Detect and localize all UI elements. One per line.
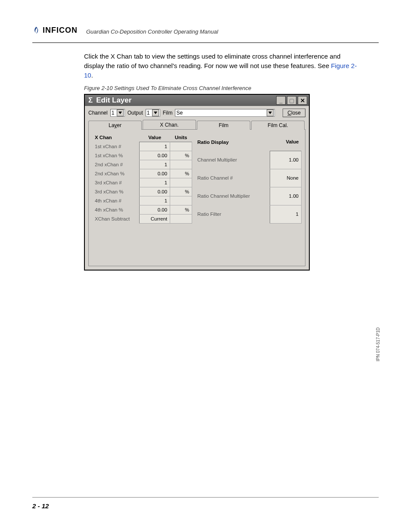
output-value: 1 <box>147 110 150 116</box>
row-value[interactable]: 1 <box>140 196 170 205</box>
inficon-logo-icon <box>32 26 40 35</box>
tab-panel: X Chan Value Units 1st xChan #1 1st xCha… <box>88 129 305 266</box>
row-unit: % <box>170 187 192 196</box>
ratio-table: Ratio Display Value Channel Multiplier1.… <box>195 133 302 224</box>
table-row: Ratio Filter1 <box>195 205 302 223</box>
table-row: 3rd xChan %0.00% <box>92 187 192 196</box>
close-x-button[interactable]: ✕ <box>298 96 307 105</box>
row-value[interactable]: None <box>270 169 301 187</box>
footer-rule <box>32 497 379 498</box>
col-value: Value <box>270 133 301 151</box>
tab-filmcal[interactable]: Film Cal. <box>251 121 305 130</box>
row-unit <box>170 196 192 205</box>
row-label: Channel Multiplier <box>195 151 270 169</box>
edit-layer-window: Σ Edit Layer _ ▢ ✕ Channel 1 Output 1 Fi… <box>84 94 310 271</box>
table-row: 3rd xChan #1 <box>92 178 192 187</box>
row-label: 4th xChan # <box>92 196 140 205</box>
row-unit <box>170 160 192 169</box>
table-header-row: Ratio Display Value <box>195 133 302 151</box>
table-row: 4th xChan %0.00% <box>92 205 192 215</box>
row-label: Ratio Channel Multiplier <box>195 187 270 205</box>
row-unit <box>170 142 192 151</box>
window-title: Edit Layer <box>96 96 131 105</box>
chevron-down-icon <box>267 109 274 116</box>
tab-film[interactable]: Film <box>197 121 250 130</box>
output-select[interactable]: 1 <box>146 109 160 117</box>
row-label: 2nd xChan % <box>92 169 140 178</box>
col-xchan: X Chan <box>92 133 140 142</box>
table-header-row: X Chan Value Units <box>92 133 192 142</box>
body-text-b: . <box>91 72 93 79</box>
channel-value: 1 <box>112 110 115 116</box>
tab-layer[interactable]: Layer <box>88 121 142 130</box>
tab-strip: Layer X Chan. Film Film Cal. <box>85 120 309 129</box>
row-value[interactable]: 1 <box>140 142 170 151</box>
output-label: Output <box>128 110 143 116</box>
chevron-down-icon <box>117 109 124 116</box>
col-units: Units <box>170 133 192 142</box>
brand-logo: INFICON <box>32 26 78 35</box>
col-value: Value <box>140 133 170 142</box>
minimize-button[interactable]: _ <box>276 96 286 105</box>
header-rule <box>32 42 379 43</box>
body-text-a: Click the X Chan tab to view the setting… <box>84 53 340 69</box>
film-value: Se <box>176 110 183 116</box>
tab-xchan[interactable]: X Chan. <box>143 120 196 129</box>
close-button-rest: lose <box>291 110 301 116</box>
channel-label: Channel <box>88 110 108 116</box>
body-paragraph: Click the X Chan tab to view the setting… <box>84 52 359 80</box>
row-unit <box>170 215 192 224</box>
row-unit: % <box>170 151 192 160</box>
table-row: 2nd xChan %0.00% <box>92 169 192 178</box>
row-value[interactable]: 1.00 <box>270 187 301 205</box>
film-label: Film <box>163 110 173 116</box>
row-value[interactable]: Current <box>140 215 170 224</box>
side-ipn-label: IPN 074-517-P1D <box>376 327 380 361</box>
table-row: 1st xChan %0.00% <box>92 151 192 160</box>
channel-select[interactable]: 1 <box>110 109 125 117</box>
row-value[interactable]: 0.00 <box>140 169 170 178</box>
row-label: 1st xChan # <box>92 142 140 151</box>
close-button[interactable]: Close <box>283 109 305 117</box>
page-number: 2 - 12 <box>32 502 49 510</box>
toolbar: Channel 1 Output 1 Film Se Close <box>85 106 309 120</box>
row-label: XChan Subtract <box>92 215 140 224</box>
brand-name: INFICON <box>43 26 78 35</box>
xchan-table: X Chan Value Units 1st xChan #1 1st xCha… <box>92 133 192 224</box>
table-row: Channel Multiplier1.00 <box>195 151 302 169</box>
maximize-button[interactable]: ▢ <box>287 96 296 105</box>
row-unit: % <box>170 169 192 178</box>
titlebar: Σ Edit Layer _ ▢ ✕ <box>85 95 309 106</box>
table-row: 2nd xChan #1 <box>92 160 192 169</box>
row-value[interactable]: 1.00 <box>270 151 301 169</box>
row-label: 3rd xChan % <box>92 187 140 196</box>
figure-caption: Figure 2-10 Settings Used To Eliminate C… <box>84 85 251 91</box>
table-row: Ratio Channel #None <box>195 169 302 187</box>
row-label: 2nd xChan # <box>92 160 140 169</box>
row-label: 3rd xChan # <box>92 178 140 187</box>
row-label: 1st xChan % <box>92 151 140 160</box>
col-ratio: Ratio Display <box>195 133 270 151</box>
row-label: Ratio Channel # <box>195 169 270 187</box>
table-row: 1st xChan #1 <box>92 142 192 151</box>
row-unit: % <box>170 205 192 215</box>
table-row: 4th xChan #1 <box>92 196 192 205</box>
table-row: XChan SubtractCurrent <box>92 215 192 224</box>
row-value[interactable]: 0.00 <box>140 187 170 196</box>
row-value[interactable]: 1 <box>140 160 170 169</box>
window-icon: Σ <box>88 96 93 105</box>
row-label: Ratio Filter <box>195 205 270 223</box>
row-value[interactable]: 1 <box>270 205 301 223</box>
manual-title: Guardian Co-Deposition Controller Operat… <box>86 28 218 35</box>
table-row: Ratio Channel Multiplier1.00 <box>195 187 302 205</box>
chevron-down-icon <box>152 109 159 116</box>
film-select[interactable]: Se <box>175 109 275 117</box>
row-value[interactable]: 0.00 <box>140 151 170 160</box>
row-unit <box>170 178 192 187</box>
row-value[interactable]: 0.00 <box>140 205 170 215</box>
row-value[interactable]: 1 <box>140 178 170 187</box>
row-label: 4th xChan % <box>92 205 140 215</box>
